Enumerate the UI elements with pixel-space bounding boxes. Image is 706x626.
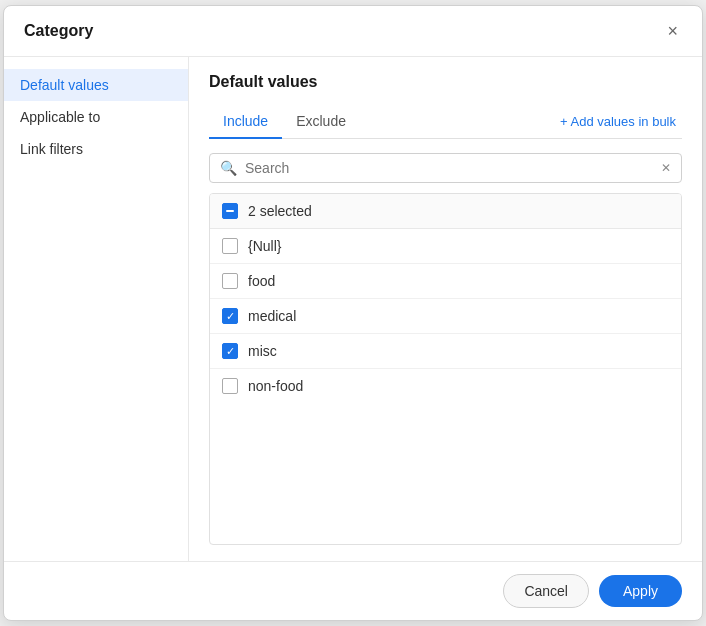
tab-exclude[interactable]: Exclude (282, 105, 360, 139)
checkmark-icon: ✓ (226, 311, 235, 322)
apply-button[interactable]: Apply (599, 575, 682, 607)
item-label-null: {Null} (248, 238, 281, 254)
checkbox-misc[interactable]: ✓ (222, 343, 238, 359)
list-item: ✓ medical (210, 299, 681, 334)
sidebar: Default values Applicable to Link filter… (4, 57, 189, 561)
list-item: {Null} (210, 229, 681, 264)
values-list: 2 selected {Null} food (209, 193, 682, 545)
modal-body: Default values Applicable to Link filter… (4, 57, 702, 561)
checkbox-non-food[interactable] (222, 378, 238, 394)
content-area: Default values Include Exclude + Add val… (189, 57, 702, 561)
modal-footer: Cancel Apply (4, 561, 702, 620)
selected-count-label: 2 selected (248, 203, 312, 219)
select-all-checkbox[interactable] (222, 203, 238, 219)
tabs-row: Include Exclude + Add values in bulk (209, 105, 682, 139)
search-box: 🔍 ✕ (209, 153, 682, 183)
checkbox-null[interactable] (222, 238, 238, 254)
sidebar-item-default-values[interactable]: Default values (4, 69, 188, 101)
checkmark-icon: ✓ (226, 346, 235, 357)
modal-header: Category × (4, 6, 702, 57)
tab-include[interactable]: Include (209, 105, 282, 139)
cancel-button[interactable]: Cancel (503, 574, 589, 608)
add-values-bulk-button[interactable]: + Add values in bulk (554, 110, 682, 133)
list-item: food (210, 264, 681, 299)
search-input[interactable] (245, 160, 653, 176)
list-item: ✓ misc (210, 334, 681, 369)
clear-search-icon[interactable]: ✕ (661, 161, 671, 175)
checkbox-food[interactable] (222, 273, 238, 289)
item-label-non-food: non-food (248, 378, 303, 394)
checkbox-medical[interactable]: ✓ (222, 308, 238, 324)
item-label-misc: misc (248, 343, 277, 359)
sidebar-item-link-filters[interactable]: Link filters (4, 133, 188, 165)
close-button[interactable]: × (663, 20, 682, 42)
modal-title: Category (24, 22, 93, 40)
modal-overlay: Category × Default values Applicable to … (0, 0, 706, 626)
tabs: Include Exclude (209, 105, 360, 138)
modal: Category × Default values Applicable to … (3, 5, 703, 621)
list-select-all-row[interactable]: 2 selected (210, 194, 681, 229)
item-label-food: food (248, 273, 275, 289)
list-item: non-food (210, 369, 681, 403)
sidebar-item-applicable-to[interactable]: Applicable to (4, 101, 188, 133)
item-label-medical: medical (248, 308, 296, 324)
search-icon: 🔍 (220, 160, 237, 176)
content-title: Default values (209, 73, 682, 91)
